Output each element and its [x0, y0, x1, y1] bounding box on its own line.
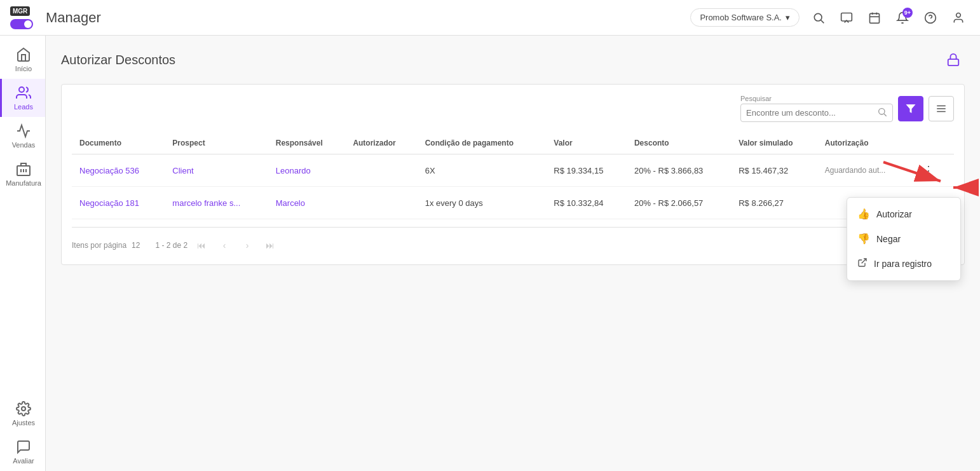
page-title: Autorizar Descontos	[61, 53, 175, 67]
sidebar: Início Leads Vendas Manufatura Ajustes A…	[0, 36, 46, 471]
next-page-button[interactable]: ›	[238, 236, 256, 254]
company-selector[interactable]: Promob Software S.A. ▾	[690, 8, 800, 27]
svg-point-17	[879, 109, 885, 114]
sidebar-label-vendas: Vendas	[12, 141, 36, 149]
people-icon	[16, 85, 31, 100]
sidebar-item-ajustes[interactable]: Ajustes	[0, 395, 45, 433]
context-menu-label-ir-para-registro: Ir para registro	[874, 259, 932, 269]
user-icon	[952, 11, 965, 24]
table-header-row: Documento Prospect Responsável Autorizad…	[72, 132, 954, 154]
row2-responsavel[interactable]: Marcelo	[268, 187, 346, 219]
search-button[interactable]	[807, 6, 830, 29]
sidebar-item-vendas[interactable]: Vendas	[0, 117, 45, 155]
svg-line-23	[862, 259, 866, 263]
gear-icon	[16, 401, 31, 416]
filter-icon	[905, 103, 916, 114]
col-prospect: Prospect	[165, 132, 268, 154]
sidebar-item-inicio[interactable]: Início	[0, 41, 45, 79]
calendar-button[interactable]	[863, 6, 886, 29]
col-valor: Valor	[546, 132, 627, 154]
logo-area: MGR Manager	[10, 6, 112, 29]
row1-responsavel[interactable]: Leonardo	[268, 154, 346, 187]
row1-prospect[interactable]: Client	[165, 154, 268, 187]
col-actions	[911, 132, 954, 154]
search-icon-inner	[877, 107, 887, 119]
row1-desconto: 20% - R$ 3.866,83	[627, 154, 731, 187]
svg-line-18	[884, 114, 887, 116]
header-icons: 9+	[807, 6, 970, 29]
table-container: Pesquisar Documento Prospect	[61, 84, 965, 265]
sidebar-item-avaliar[interactable]: Avaliar	[0, 433, 45, 471]
thumbs-down-icon: 👎	[857, 233, 870, 245]
search-label: Pesquisar	[740, 95, 893, 102]
context-menu-item-ir-para-registro[interactable]: Ir para registro	[847, 251, 960, 276]
company-name: Promob Software S.A.	[700, 13, 782, 22]
logo-icon: MGR	[10, 6, 41, 29]
context-menu-item-negar[interactable]: 👎 Negar	[847, 226, 960, 251]
thumbs-up-icon: 👍	[857, 208, 870, 220]
sidebar-label-ajustes: Ajustes	[12, 419, 35, 427]
col-desconto: Desconto	[627, 132, 731, 154]
svg-line-1	[821, 20, 824, 23]
last-page-button[interactable]: ⏭	[261, 236, 279, 254]
table-row: Negociação 536 Client Leonardo 6X R$ 19.…	[72, 154, 954, 187]
first-page-button[interactable]: ⏮	[193, 236, 210, 254]
row2-documento[interactable]: Negociação 181	[72, 187, 165, 219]
row2-valor: R$ 10.332,84	[546, 187, 627, 219]
row1-valor-simulado: R$ 15.467,32	[731, 154, 817, 187]
row2-prospect[interactable]: marcelo franke s...	[165, 187, 268, 219]
sidebar-label-manufatura: Manufatura	[6, 179, 41, 187]
app-name: Manager	[46, 10, 101, 26]
extra-filter-button[interactable]	[929, 96, 954, 121]
external-link-icon	[857, 257, 868, 270]
items-per-page-value: 12	[132, 241, 140, 250]
sidebar-label-avaliar: Avaliar	[13, 457, 34, 465]
row1-autorizador	[345, 154, 417, 187]
row1-documento[interactable]: Negociação 536	[72, 154, 165, 187]
help-icon	[924, 11, 937, 24]
col-responsavel: Responsável	[268, 132, 346, 154]
search-box: Pesquisar	[740, 95, 893, 122]
help-button[interactable]	[919, 6, 942, 29]
row1-more-button[interactable]: ⋮	[919, 162, 938, 179]
row1-autorizacao: Aguardando aut...	[817, 154, 911, 187]
filter-button[interactable]	[898, 96, 923, 121]
svg-point-10	[19, 87, 24, 92]
row1-condicao: 6X	[418, 154, 547, 187]
pagination-row: Itens por página 12 1 - 2 de 2 ⏮ ‹ › ⏭	[72, 227, 954, 254]
svg-point-0	[814, 13, 822, 21]
sidebar-item-manufatura[interactable]: Manufatura	[0, 155, 45, 193]
sidebar-bottom: Ajustes Avaliar	[0, 395, 45, 471]
chat-icon	[840, 11, 853, 24]
search-input[interactable]	[746, 108, 877, 118]
top-header: MGR Manager Promob Software S.A. ▾ 9+	[0, 0, 980, 36]
sidebar-label-leads: Leads	[14, 103, 33, 111]
notifications-button[interactable]: 9+	[891, 6, 914, 29]
col-condicao: Condição de pagamento	[418, 132, 547, 154]
context-menu-label-negar: Negar	[876, 234, 901, 244]
factory-icon	[16, 161, 31, 177]
svg-rect-16	[948, 59, 959, 65]
items-per-page-label: Itens por página	[72, 241, 126, 250]
row1-valor: R$ 19.334,15	[546, 154, 627, 187]
sidebar-item-leads[interactable]: Leads	[0, 79, 45, 117]
comment-icon	[16, 439, 31, 454]
lock-button[interactable]	[942, 48, 965, 71]
row2-autorizador	[345, 187, 417, 219]
context-menu-label-autorizar: Autorizar	[876, 209, 912, 219]
context-menu: 👍 Autorizar 👎 Negar Ir para registro	[847, 197, 961, 281]
row2-valor-simulado: R$ 8.266,27	[731, 187, 817, 219]
user-button[interactable]	[947, 6, 970, 29]
search-input-wrap	[740, 104, 893, 122]
chat-button[interactable]	[835, 6, 858, 29]
lock-icon	[946, 53, 960, 67]
prev-page-button[interactable]: ‹	[215, 236, 233, 254]
chevron-down-icon: ▾	[786, 13, 790, 22]
context-menu-item-autorizar[interactable]: 👍 Autorizar	[847, 201, 960, 226]
svg-point-15	[22, 407, 25, 411]
row2-condicao: 1x every 0 days	[418, 187, 547, 219]
page-title-row: Autorizar Descontos	[61, 48, 965, 71]
discount-table: Documento Prospect Responsável Autorizad…	[72, 132, 954, 219]
col-valor-simulado: Valor simulado	[731, 132, 817, 154]
search-filter-row: Pesquisar	[72, 95, 954, 122]
